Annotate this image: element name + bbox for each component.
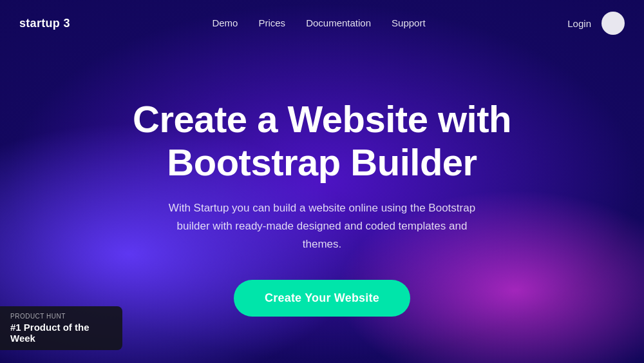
product-hunt-badge[interactable]: Product Hunt #1 Product of the Week [0,306,122,350]
nav-link-prices[interactable]: Prices [258,17,285,28]
avatar[interactable] [601,12,625,35]
badge-label: Product Hunt [10,313,112,320]
nav-link-support[interactable]: Support [392,17,426,28]
nav-item-support[interactable]: Support [392,17,426,29]
navbar-right: Login [567,12,625,35]
navbar: startup 3 Demo Prices Documentation Supp… [0,0,644,46]
login-link[interactable]: Login [567,18,591,29]
cta-button[interactable]: Create Your Website [234,280,410,317]
nav-link-demo[interactable]: Demo [212,17,238,28]
nav-item-prices[interactable]: Prices [258,17,285,29]
nav-link-documentation[interactable]: Documentation [306,17,371,28]
hero-title: Create a Website with Bootstrap Builder [97,98,547,184]
hero-content: Create a Website with Bootstrap Builder … [0,46,644,317]
nav-item-demo[interactable]: Demo [212,17,238,29]
nav-links: Demo Prices Documentation Support [212,17,425,29]
hero-subtitle: With Startup you can build a website onl… [161,199,483,253]
brand-logo[interactable]: startup 3 [19,17,70,30]
badge-title: #1 Product of the Week [10,322,112,344]
hero-section: startup 3 Demo Prices Documentation Supp… [0,0,644,363]
nav-item-documentation[interactable]: Documentation [306,17,371,29]
